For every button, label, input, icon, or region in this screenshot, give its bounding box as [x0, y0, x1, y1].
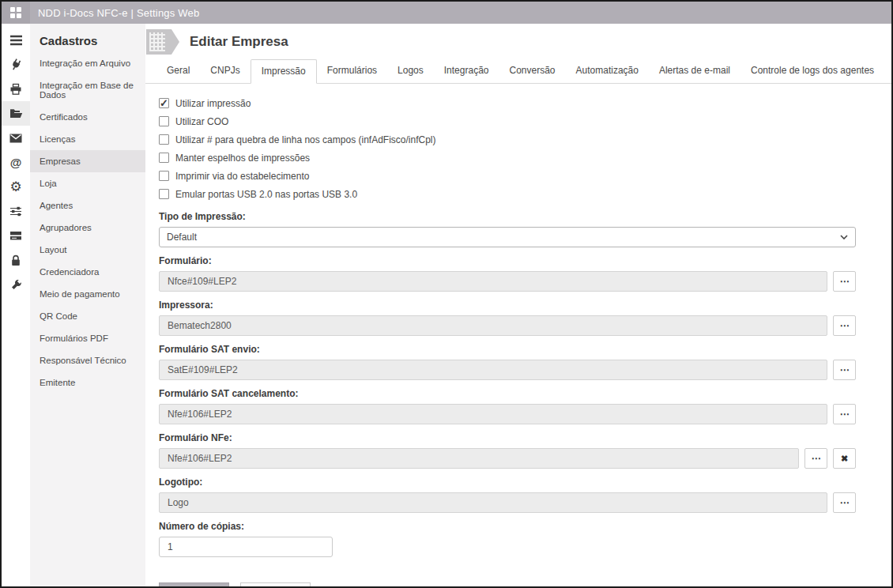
- field-tipo-de-impressao: Tipo de Impressão: Default: [159, 211, 856, 247]
- tipo-de-impressao-select[interactable]: Default: [159, 227, 856, 247]
- rail-item-preferences[interactable]: [2, 199, 30, 224]
- tab-cnpjs[interactable]: CNPJs: [200, 59, 250, 84]
- sidebar-item-agentes[interactable]: Agentes: [30, 194, 145, 217]
- rail-item-integrations[interactable]: [2, 52, 30, 77]
- menu-icon: [9, 35, 23, 46]
- form-actions: Gravar Cancelar: [159, 582, 856, 588]
- field-formulario-sat-cancelamento: Formulário SAT cancelamento: Nfe#106#LEP…: [159, 388, 856, 424]
- sidebar-item-integracao-em-arquivo[interactable]: Integração em Arquivo: [30, 52, 145, 74]
- quebra-de-linha-checkbox[interactable]: [159, 134, 169, 145]
- save-button[interactable]: Gravar: [159, 582, 229, 588]
- sidebar-item-emitente[interactable]: Emitente: [30, 371, 145, 394]
- rail-item-messages[interactable]: [2, 126, 30, 150]
- wrench-icon: [10, 279, 22, 291]
- sidebar-item-certificados[interactable]: Certificados: [30, 106, 145, 128]
- sidebar-item-integracao-em-base-de-dados[interactable]: Integração em Base de Dados: [30, 74, 145, 106]
- sidebar-item-responsavel-tecnico[interactable]: Responsável Técnico: [30, 349, 145, 371]
- at-sign-icon: @: [10, 156, 22, 168]
- menu-toggle-button[interactable]: [2, 28, 30, 52]
- rail-item-email[interactable]: @: [2, 150, 30, 175]
- lock-icon: [10, 254, 21, 266]
- sidebar: Cadastros Integração em Arquivo Integraç…: [30, 24, 145, 586]
- rail-item-tools[interactable]: [2, 273, 30, 297]
- formulario-sat-envio-input[interactable]: SatE#109#LEP2: [159, 360, 827, 380]
- app-launcher-button[interactable]: [2, 2, 30, 24]
- sidebar-item-credenciadora[interactable]: Credenciadora: [30, 261, 145, 283]
- waffle-icon: [10, 7, 22, 19]
- tab-geral[interactable]: Geral: [156, 59, 200, 84]
- tab-content: ✓ Utilizar impressão Utilizar COO Utiliz…: [145, 84, 891, 588]
- checkbox-row-manter-espelhos: Manter espelhos de impressões: [159, 149, 856, 167]
- impressora-input[interactable]: Bematech2800: [159, 315, 827, 336]
- field-label: Formulário:: [159, 255, 856, 266]
- field-label: Formulário SAT cancelamento:: [159, 388, 856, 399]
- checkbox-row-utilizar-impressao: ✓ Utilizar impressão: [159, 94, 856, 112]
- checkbox-row-quebra-de-linha: Utilizar # para quebra de linha nos camp…: [159, 130, 856, 149]
- tab-automatizacao[interactable]: Automatização: [566, 59, 649, 84]
- tab-integracao[interactable]: Integração: [434, 59, 499, 84]
- field-label: Formulário NFe:: [159, 432, 856, 443]
- manter-espelhos-checkbox[interactable]: [159, 153, 169, 163]
- formulario-nfe-clear-button[interactable]: ✖: [833, 448, 856, 469]
- sidebar-item-loja[interactable]: Loja: [30, 172, 145, 194]
- checkbox-label: Utilizar COO: [175, 116, 228, 127]
- server-icon: [9, 231, 22, 241]
- checkbox-label: Imprimir via do estabelecimento: [175, 171, 309, 182]
- rail-item-servers[interactable]: [2, 224, 30, 248]
- sliders-icon: [9, 205, 22, 217]
- field-formulario-nfe: Formulário NFe: Nfe#106#LEP2 ⋯ ✖: [159, 432, 856, 469]
- tab-logos[interactable]: Logos: [387, 59, 434, 84]
- logotipo-browse-button[interactable]: ⋯: [833, 492, 856, 513]
- field-label: Formulário SAT envio:: [159, 344, 856, 355]
- sidebar-item-licencas[interactable]: Licenças: [30, 128, 145, 150]
- emular-usb-checkbox[interactable]: [159, 189, 169, 199]
- numero-de-copias-input[interactable]: 1: [159, 537, 333, 557]
- checkbox-label: Utilizar impressão: [175, 98, 251, 109]
- tab-monitoramento-do-agente[interactable]: Monitoramento do Agente: [884, 59, 893, 84]
- formulario-nfe-browse-button[interactable]: ⋯: [804, 448, 827, 469]
- main-panel: Editar Empresa Geral CNPJs Impressão For…: [145, 24, 891, 586]
- tab-alertas-de-email[interactable]: Alertas de e-mail: [649, 59, 740, 84]
- sidebar-item-agrupadores[interactable]: Agrupadores: [30, 217, 145, 239]
- sidebar-heading: Cadastros: [30, 24, 145, 52]
- sidebar-item-qr-code[interactable]: QR Code: [30, 305, 145, 327]
- page-title: Editar Empresa: [190, 34, 288, 50]
- rail-item-security[interactable]: [2, 248, 30, 273]
- page-header: Editar Empresa: [145, 24, 891, 59]
- checkbox-label: Manter espelhos de impressões: [175, 153, 310, 164]
- utilizar-coo-checkbox[interactable]: [159, 116, 169, 126]
- gear-icon: ⚙: [9, 180, 21, 194]
- select-value: Default: [167, 232, 197, 243]
- formulario-sat-cancelamento-browse-button[interactable]: ⋯: [833, 404, 856, 424]
- app-title: NDD i-Docs NFC-e | Settings Web: [38, 7, 199, 19]
- titlebar: NDD i-Docs NFC-e | Settings Web: [2, 2, 891, 24]
- tab-controle-de-logs-dos-agentes[interactable]: Controle de logs dos agentes: [740, 59, 884, 84]
- formulario-browse-button[interactable]: ⋯: [833, 271, 856, 292]
- logotipo-input[interactable]: Logo: [159, 492, 827, 513]
- folder-open-icon: [9, 107, 23, 119]
- cancel-button[interactable]: Cancelar: [240, 582, 311, 588]
- tab-conversao[interactable]: Conversão: [499, 59, 566, 84]
- sidebar-item-empresas[interactable]: Empresas: [30, 150, 145, 172]
- impressora-browse-button[interactable]: ⋯: [833, 315, 856, 336]
- formulario-sat-envio-browse-button[interactable]: ⋯: [833, 360, 856, 380]
- rail-item-printers[interactable]: [2, 77, 30, 101]
- field-label: Tipo de Impressão:: [159, 211, 856, 222]
- formulario-nfe-input[interactable]: Nfe#106#LEP2: [159, 448, 799, 469]
- checkbox-row-utilizar-coo: Utilizar COO: [159, 112, 856, 130]
- utilizar-impressao-checkbox[interactable]: ✓: [159, 98, 169, 108]
- field-formulario-sat-envio: Formulário SAT envio: SatE#109#LEP2 ⋯: [159, 344, 856, 380]
- rail-item-cadastros[interactable]: [2, 101, 30, 126]
- sidebar-item-layout[interactable]: Layout: [30, 239, 145, 261]
- rail-item-settings[interactable]: ⚙: [2, 175, 30, 199]
- tab-impressao[interactable]: Impressão: [251, 59, 317, 84]
- formulario-sat-cancelamento-input[interactable]: Nfe#106#LEP2: [159, 404, 827, 424]
- chevron-down-icon: [840, 235, 848, 239]
- formulario-input[interactable]: Nfce#109#LEP2: [159, 271, 827, 292]
- imprimir-via-checkbox[interactable]: [159, 171, 169, 181]
- tab-formularios[interactable]: Formulários: [317, 59, 387, 84]
- sidebar-item-meio-de-pagamento[interactable]: Meio de pagamento: [30, 283, 145, 305]
- checkbox-row-imprimir-via: Imprimir via do estabelecimento: [159, 167, 856, 185]
- field-logotipo: Logotipo: Logo ⋯: [159, 477, 856, 513]
- sidebar-item-formularios-pdf[interactable]: Formulários PDF: [30, 327, 145, 349]
